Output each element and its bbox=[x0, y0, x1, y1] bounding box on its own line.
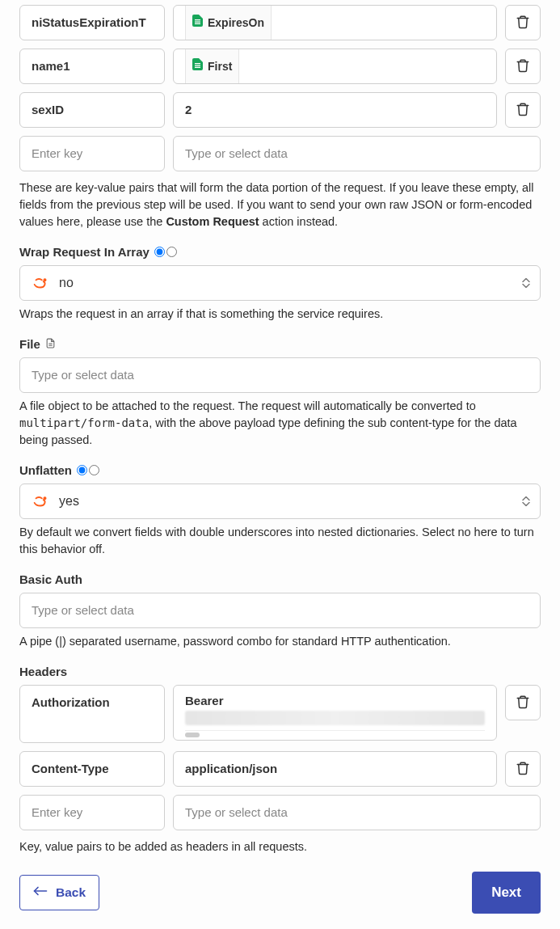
data-chip: ExpiresOn bbox=[185, 5, 272, 40]
delete-row-button[interactable] bbox=[505, 49, 541, 84]
wrap-label: Wrap Request In Array bbox=[19, 245, 541, 259]
back-label: Back bbox=[56, 885, 86, 900]
trash-icon bbox=[516, 761, 530, 778]
header-value-input[interactable]: Type or select data bbox=[173, 795, 541, 830]
unflatten-radio-on[interactable] bbox=[77, 465, 87, 475]
headers-label: Headers bbox=[19, 665, 541, 678]
delete-header-button[interactable] bbox=[505, 685, 541, 720]
sheets-icon bbox=[192, 5, 203, 40]
data-value-input[interactable]: 2 bbox=[173, 92, 497, 128]
unflatten-value: yes bbox=[59, 494, 79, 509]
arrow-left-icon bbox=[33, 885, 48, 900]
header-value-line: Bearer bbox=[185, 694, 485, 707]
header-key-input[interactable]: Authorization bbox=[19, 685, 165, 743]
data-key-input[interactable]: niStatusExpirationT bbox=[19, 5, 165, 40]
trash-icon bbox=[516, 695, 530, 712]
trash-icon bbox=[516, 102, 530, 119]
basic-auth-input[interactable]: Type or select data bbox=[19, 593, 541, 628]
data-key-input[interactable]: name1 bbox=[19, 49, 165, 84]
scrollbar[interactable] bbox=[185, 730, 485, 735]
sheets-icon bbox=[192, 49, 203, 84]
data-value-input[interactable]: ExpiresOn bbox=[173, 5, 497, 40]
header-row: Content-Type application/json bbox=[19, 751, 541, 787]
unflatten-radio-off[interactable] bbox=[89, 465, 99, 475]
data-row: name1 First bbox=[19, 49, 541, 84]
wrap-radio-off[interactable] bbox=[166, 247, 177, 257]
trash-icon bbox=[516, 58, 530, 75]
delete-row-button[interactable] bbox=[505, 5, 541, 40]
unflatten-label: Unflatten bbox=[19, 463, 541, 477]
basic-auth-help-text: A pipe (|) separated username, password … bbox=[19, 633, 541, 650]
unflatten-select[interactable]: yes bbox=[19, 484, 541, 519]
data-value-input[interactable]: Type or select data bbox=[173, 136, 541, 171]
trash-icon bbox=[516, 15, 530, 32]
basic-auth-label: Basic Auth bbox=[19, 572, 541, 586]
data-key-input[interactable]: Enter key bbox=[19, 136, 165, 171]
svg-point-0 bbox=[44, 279, 45, 281]
svg-point-3 bbox=[44, 497, 45, 499]
file-help-text: A file object to be attached to the requ… bbox=[19, 398, 541, 449]
data-value-input[interactable]: First bbox=[173, 49, 497, 84]
chevron-up-down-icon bbox=[522, 496, 530, 507]
data-help-text: These are key-value pairs that will form… bbox=[19, 179, 541, 230]
data-chip: First bbox=[185, 49, 239, 84]
chip-label: First bbox=[208, 49, 232, 84]
back-button[interactable]: Back bbox=[19, 875, 99, 910]
file-label: File bbox=[19, 337, 541, 351]
chevron-up-down-icon bbox=[522, 278, 530, 289]
headers-help-text: Key, value pairs to be added as headers … bbox=[19, 838, 541, 855]
data-row: sexID 2 bbox=[19, 92, 541, 128]
footer: Back Next bbox=[19, 872, 541, 914]
header-key-input[interactable]: Enter key bbox=[19, 795, 165, 830]
header-row-empty: Enter key Type or select data bbox=[19, 795, 541, 830]
redacted-token bbox=[185, 711, 485, 725]
data-key-input[interactable]: sexID bbox=[19, 92, 165, 128]
wrap-radio-on[interactable] bbox=[154, 247, 165, 257]
unflatten-help-text: By default we convert fields with double… bbox=[19, 524, 541, 558]
header-row: Authorization Bearer bbox=[19, 685, 541, 743]
zapier-icon bbox=[32, 274, 49, 292]
wrap-help-text: Wraps the request in an array if that is… bbox=[19, 306, 541, 323]
next-button[interactable]: Next bbox=[472, 872, 541, 914]
wrap-select[interactable]: no bbox=[19, 265, 541, 301]
data-kv-section: niStatusExpirationT ExpiresOn name1 Firs… bbox=[19, 5, 541, 171]
file-input[interactable]: Type or select data bbox=[19, 357, 541, 393]
header-value-input[interactable]: Bearer bbox=[173, 685, 497, 741]
zapier-icon bbox=[32, 492, 49, 510]
header-value-input[interactable]: application/json bbox=[173, 751, 497, 787]
file-icon bbox=[45, 337, 56, 351]
delete-header-button[interactable] bbox=[505, 751, 541, 787]
data-row: niStatusExpirationT ExpiresOn bbox=[19, 5, 541, 40]
chip-label: ExpiresOn bbox=[208, 5, 264, 40]
wrap-value: no bbox=[59, 276, 74, 290]
delete-row-button[interactable] bbox=[505, 92, 541, 128]
header-key-input[interactable]: Content-Type bbox=[19, 751, 165, 787]
data-row-empty: Enter key Type or select data bbox=[19, 136, 541, 171]
